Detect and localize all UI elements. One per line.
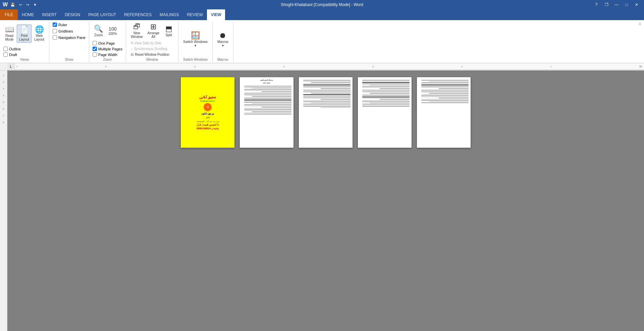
vruler-mark-6: 6 [3,105,4,112]
tab-file[interactable]: FILE [0,9,18,20]
sync-scrolling-button[interactable]: ↕ Synchronous Scrolling [129,46,175,51]
p2-line-13 [244,101,291,102]
p5-line-11 [429,93,469,94]
ad-content: تحقیق آنلاین Tahghighonline.ir ⚙ مرجع دا… [181,77,234,148]
title-bar-left: W 💾 ↩ ↪ ▼ [3,2,38,8]
print-layout-button[interactable]: 📄 PrintLayout [17,25,32,43]
view-side-by-side-button[interactable]: ⧉ View Side by Side [129,40,175,46]
p4-line-17 [362,101,410,102]
minimize-button[interactable]: — [612,1,621,8]
zoom-label: Zoom [94,33,103,37]
vruler-mark-8: 8 [3,119,4,126]
outline-checkbox[interactable]: Outline [3,46,46,51]
macros-arrow: ▾ [222,44,224,47]
macros-group-label: Macros [215,57,230,61]
gridlines-checkbox[interactable]: Gridlines [52,29,73,34]
p5-line-8 [421,90,469,90]
window-buttons: 🗗 NewWindow ⊞ ArrangeAll ⬒ Split [129,22,175,40]
switch-windows-label: Switch Windows [183,40,208,44]
tab-references[interactable]: REFERENCES [120,9,156,20]
p5-line-13 [421,95,469,96]
save-qat-button[interactable]: 💾 [9,2,16,8]
vruler-mark-5: 5 [3,99,4,105]
p2-line-3 [252,88,291,89]
p4-line-21 [362,106,410,107]
p4-line-3 [362,84,410,84]
p3-line-11 [311,93,351,94]
p2-line-2 [244,87,291,87]
new-window-button[interactable]: 🗗 NewWindow [129,22,145,40]
zoom-button[interactable]: 🔍 Zoom [92,24,105,38]
redo-qat-button[interactable]: ↪ [25,2,31,8]
tab-insert[interactable]: INSERT [38,9,61,20]
read-mode-button[interactable]: 📖 ReadMode [3,25,16,42]
restore-button[interactable]: ❐ [602,1,611,8]
p2-line-6 [262,91,291,92]
split-button[interactable]: ⬒ Split [162,24,175,38]
page-5-content [417,77,471,106]
p4-line-20 [362,105,410,106]
ruler-end-marker[interactable]: ⊳ [639,64,643,69]
left-margin-icon: L [7,63,15,70]
tab-home[interactable]: HOME [18,9,38,20]
ruler-checkbox[interactable]: Ruler [52,22,68,27]
p3-line-8 [303,90,351,90]
view-side-label: View Side by Side [135,41,161,45]
tab-page-layout[interactable]: PAGE LAYOUT [84,9,120,20]
document-area[interactable]: تحقیق آنلاین Tahghighonline.ir ⚙ مرجع دا… [7,70,644,331]
tab-view[interactable]: VIEW [207,9,225,20]
switch-windows-button[interactable]: 🪟 Switch Windows ▾ [181,31,210,48]
page-width-checkbox[interactable]: Page Width [92,52,123,57]
p5-bold-1 [421,85,469,85]
p2-line-1 [244,86,291,86]
arrange-all-button[interactable]: ⊞ ArrangeAll [146,22,162,40]
title-bar: W 💾 ↩ ↪ ▼ Shoghl-Khalabani [Compatibilit… [0,0,644,9]
p4-line-16 [362,100,410,101]
p2-line-21 [244,110,291,111]
switch-windows-content: 🪟 Switch Windows ▾ [181,22,210,57]
p3-line-13 [303,97,351,97]
p2-line-12 [244,98,291,99]
p2-line-23 [244,113,291,113]
p4-line-12 [362,94,410,95]
help-button[interactable]: ? [592,1,601,8]
ruler-mark-5: 5 [194,65,196,68]
navigation-pane-checkbox[interactable]: Navigation Pane [52,35,86,40]
p3-line-3 [311,82,351,83]
web-layout-icon: 🌐 [35,26,44,33]
web-layout-button[interactable]: 🌐 WebLayout [32,25,46,42]
p3-line-18 [311,103,351,103]
p2-line-18 [262,107,291,107]
tab-design[interactable]: DESIGN [61,9,84,20]
p5-line-2 [429,81,469,82]
multiple-pages-checkbox[interactable]: Multiple Pages [92,46,123,51]
draft-checkbox[interactable]: Draft [3,52,46,57]
p5-line-16 [421,99,469,100]
tab-mailings[interactable]: MAILINGS [156,9,183,20]
zoom-100-button[interactable]: 100 100% [106,26,119,37]
p2-line-8 [244,94,291,94]
tab-review[interactable]: REVIEW [183,9,207,20]
close-button[interactable]: ✕ [632,1,641,8]
page-3-content [299,77,353,110]
print-layout-label: PrintLayout [19,34,29,41]
p5-line-9 [421,91,469,91]
main-area: 1 2 3 4 5 6 7 8 تحقیق آنلاین Tahghighonl… [0,70,644,331]
ribbon-collapse-button[interactable]: △ [639,21,641,25]
customize-qat-button[interactable]: ▼ [32,2,38,7]
one-page-checkbox[interactable]: One Page [92,41,123,46]
undo-qat-button[interactable]: ↩ [18,2,23,8]
reset-window-button[interactable]: ⊡ Reset Window Position [129,52,175,57]
window-options: ⧉ View Side by Side ↕ Synchronous Scroll… [129,40,175,57]
p3-line-21 [303,106,351,107]
page-5 [417,77,471,148]
sign-in-button[interactable]: Sign in [624,9,644,20]
vruler-mark-7: 7 [3,112,4,119]
p2-line-10 [252,96,291,97]
read-mode-icon: 📖 [5,26,14,33]
p2-header: بسم الله الرحمن الرحيم [242,79,291,81]
reset-window-label: Reset Window Position [135,53,169,56]
page-3 [299,77,353,148]
macros-button[interactable]: ⏺ Macros ▾ [215,31,230,48]
maximize-button[interactable]: □ [622,1,631,8]
